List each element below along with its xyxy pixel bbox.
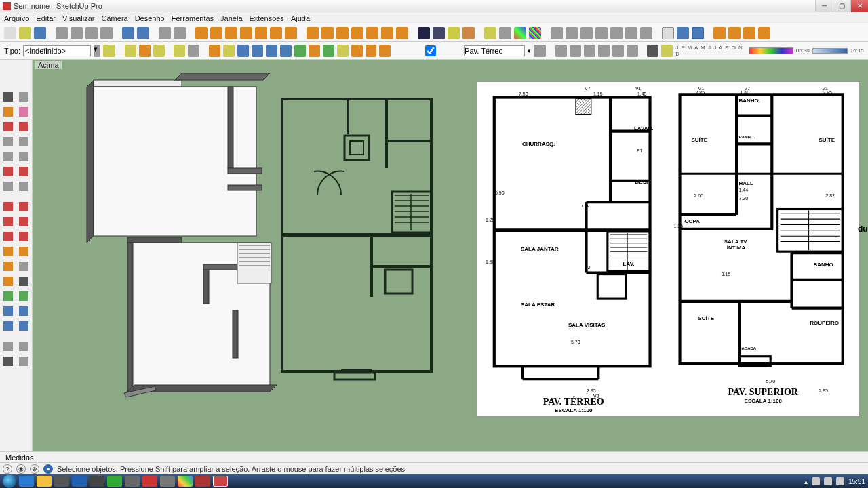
protractor-tool-icon[interactable] xyxy=(16,229,33,244)
time-slider[interactable] xyxy=(812,48,848,54)
model-info-icon[interactable] xyxy=(174,27,186,39)
stop-icon[interactable] xyxy=(379,45,391,57)
maximize-button[interactable]: ▢ xyxy=(833,0,850,12)
geo-status-icon[interactable]: ⊕ xyxy=(30,464,39,474)
view-iso-icon[interactable] xyxy=(307,27,319,39)
close-button[interactable]: ✕ xyxy=(850,0,868,12)
clock[interactable]: 15:51 xyxy=(848,478,865,485)
plugin-10-icon[interactable] xyxy=(337,45,349,57)
scene-2-icon[interactable] xyxy=(139,45,151,57)
rotrect-tool-icon[interactable] xyxy=(16,134,33,149)
component-7-icon[interactable] xyxy=(640,27,652,39)
component-2-icon[interactable] xyxy=(566,27,578,39)
geo-3-icon[interactable] xyxy=(584,45,595,57)
scene-5-icon[interactable] xyxy=(188,45,199,57)
prev-tool-icon[interactable] xyxy=(16,319,33,333)
warehouse-icon[interactable] xyxy=(713,27,726,39)
geo-5-icon[interactable] xyxy=(612,45,624,57)
style-6-icon[interactable] xyxy=(270,27,282,39)
component-4-icon[interactable] xyxy=(595,27,608,39)
select-tool-icon[interactable] xyxy=(0,89,16,104)
position-camera-icon[interactable] xyxy=(0,339,16,354)
plugin-4-icon[interactable] xyxy=(252,45,263,57)
freehand-tool-icon[interactable] xyxy=(16,119,33,134)
taskbar-sketchup-icon[interactable] xyxy=(213,476,228,487)
minimize-button[interactable]: ─ xyxy=(815,0,833,12)
section-2-icon[interactable] xyxy=(677,27,689,39)
orbit-tool-icon[interactable] xyxy=(0,289,16,304)
face-2-icon[interactable] xyxy=(433,27,445,39)
style-5-icon[interactable] xyxy=(255,27,267,39)
taskbar-word-icon[interactable] xyxy=(72,476,87,487)
delete-icon[interactable] xyxy=(100,27,113,39)
view-left-icon[interactable] xyxy=(381,27,393,39)
face-4-icon[interactable] xyxy=(462,27,475,39)
taskbar-app3-icon[interactable] xyxy=(125,476,140,487)
menu-janela[interactable]: Janela xyxy=(220,14,242,22)
plugin-3-icon[interactable] xyxy=(237,45,249,57)
3dtext-tool-icon[interactable] xyxy=(16,259,33,274)
layer-dropdown-icon[interactable]: ▾ xyxy=(528,47,531,54)
plugin-8-icon[interactable] xyxy=(309,45,320,57)
tray-flag-icon[interactable] xyxy=(812,477,820,485)
save-icon[interactable] xyxy=(34,27,46,39)
style-3-icon[interactable] xyxy=(225,27,237,39)
geo-6-icon[interactable] xyxy=(627,45,638,57)
type-refresh-icon[interactable] xyxy=(103,45,115,57)
menu-ajuda[interactable]: Ajuda xyxy=(291,14,310,22)
style-2-icon[interactable] xyxy=(210,27,222,39)
dimension-tool-icon[interactable] xyxy=(0,244,16,259)
label-tool-icon[interactable] xyxy=(16,274,33,289)
component-1-icon[interactable] xyxy=(551,27,563,39)
scene-1-icon[interactable] xyxy=(125,45,136,57)
style-1-icon[interactable] xyxy=(195,27,208,39)
redo-icon[interactable] xyxy=(137,27,149,39)
polygon-tool-icon[interactable] xyxy=(16,149,33,164)
walk-tool-icon[interactable] xyxy=(0,354,16,369)
view-right-icon[interactable] xyxy=(351,27,363,39)
layer-name-input[interactable] xyxy=(464,45,525,56)
menu-extensoes[interactable]: Extensões xyxy=(250,14,284,22)
plugin-2-icon[interactable] xyxy=(223,45,235,57)
move-tool-icon[interactable] xyxy=(0,199,16,214)
zoomwin-tool-icon[interactable] xyxy=(16,304,33,319)
month-slider[interactable] xyxy=(749,47,793,54)
geo-2-icon[interactable] xyxy=(570,45,581,57)
taskbar-chrome-icon[interactable] xyxy=(178,476,193,487)
shadow-toggle-icon[interactable] xyxy=(647,45,658,57)
component-5-icon[interactable] xyxy=(610,27,623,39)
type-input[interactable] xyxy=(23,45,91,56)
eraser-tool-icon[interactable] xyxy=(16,89,33,104)
sandbox-tool-icon[interactable] xyxy=(16,354,33,369)
fog-icon[interactable] xyxy=(499,27,511,39)
menu-ferramentas[interactable]: Ferramentas xyxy=(172,14,214,22)
taskbar-acrobat-icon[interactable] xyxy=(142,476,157,487)
taskbar-ie-icon[interactable] xyxy=(19,476,34,487)
section-3-icon[interactable] xyxy=(692,27,704,39)
pushpull-tool-icon[interactable] xyxy=(0,179,16,194)
followme-tool-icon[interactable] xyxy=(16,179,33,194)
plugin-7-icon[interactable] xyxy=(294,45,306,57)
view-front-icon[interactable] xyxy=(336,27,349,39)
tray-volume-icon[interactable] xyxy=(836,477,844,485)
section-tool-icon[interactable] xyxy=(0,274,16,289)
sun-icon[interactable] xyxy=(484,27,496,39)
taskbar-app1-icon[interactable] xyxy=(54,476,69,487)
arc-tool-icon[interactable] xyxy=(0,164,16,179)
menu-desenho[interactable]: Desenho xyxy=(135,14,165,22)
shadow-settings-icon[interactable] xyxy=(661,45,673,57)
taskbar-app2-icon[interactable] xyxy=(90,476,104,487)
cut-icon[interactable] xyxy=(56,27,68,39)
copy-icon[interactable] xyxy=(71,27,83,39)
scale-tool-icon[interactable] xyxy=(0,214,16,229)
view-back-icon[interactable] xyxy=(366,27,378,39)
scene-4-icon[interactable] xyxy=(174,45,185,57)
look-around-icon[interactable] xyxy=(16,339,33,354)
plugin-6-icon[interactable] xyxy=(280,45,292,57)
viewport[interactable]: Acima xyxy=(33,60,868,451)
plugin-11-icon[interactable] xyxy=(351,45,363,57)
geo-4-icon[interactable] xyxy=(598,45,610,57)
arc2-tool-icon[interactable] xyxy=(16,164,33,179)
scene-3-icon[interactable] xyxy=(153,45,165,57)
new-icon[interactable] xyxy=(4,27,16,39)
